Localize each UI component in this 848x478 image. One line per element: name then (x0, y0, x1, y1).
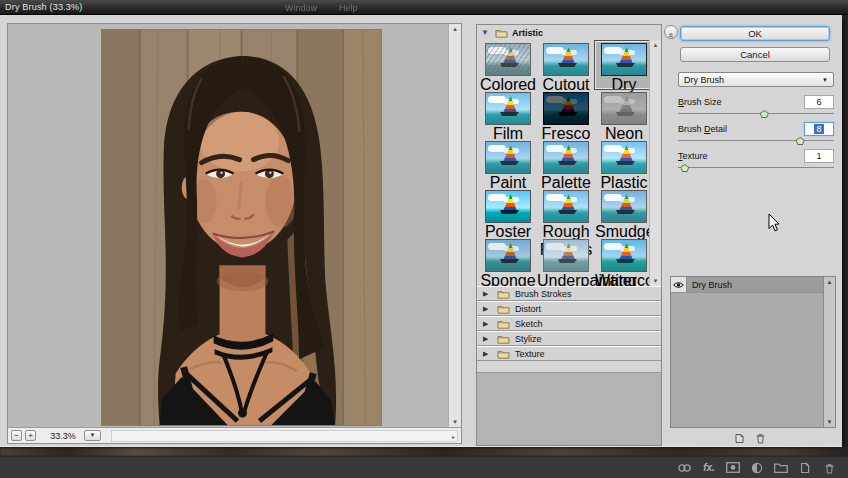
dialog-title: Dry Brush (33.3%) (0, 2, 82, 12)
brush-size-value[interactable]: 6 (804, 95, 834, 109)
preview-canvas[interactable] (8, 24, 448, 427)
layer-visibility-toggle[interactable] (671, 277, 687, 292)
folder-icon (497, 289, 510, 299)
filter-list-empty-area (477, 372, 661, 445)
filter-thumb-film-grain[interactable]: Film Grain (479, 90, 537, 138)
filter-thumb-palette-knife[interactable]: Palette Knife (537, 139, 595, 187)
scroll-up-icon[interactable]: ▲ (824, 279, 835, 285)
brush-size-label: Brush Size (678, 97, 804, 107)
filter-select-dropdown[interactable]: Dry Brush ▼ (678, 72, 834, 87)
filter-thumbnail-art (485, 43, 531, 76)
filter-gallery-dialog: ▲ ▼ − + 33.3% ▼ ▸ ▼ArtisticColored Penci… (0, 15, 842, 447)
zoom-out-button[interactable]: − (11, 430, 22, 441)
texture-slider-thumb[interactable] (680, 164, 689, 172)
chevron-down-icon: ▼ (822, 77, 833, 83)
scroll-down-icon[interactable]: ▼ (824, 419, 835, 425)
filter-thumb-dry-brush[interactable]: Dry Brush (595, 41, 653, 89)
delete-effect-layer-button[interactable] (755, 432, 766, 444)
filter-thumb-underpainting[interactable]: Underpainting (537, 237, 595, 285)
dialog-titlebar[interactable]: Dry Brush (33.3%) WindowHelp (0, 0, 848, 15)
texture-value[interactable]: 1 (804, 149, 834, 163)
filter-thumbnails-grid: Colored PencilCutoutDry BrushFilm GrainF… (477, 40, 651, 286)
preview-pane: ▲ ▼ − + 33.3% ▼ ▸ (7, 23, 462, 444)
category-brush-strokes[interactable]: ▶Brush Strokes (477, 286, 661, 301)
folder-icon (495, 28, 508, 38)
filter-thumb-fresco[interactable]: Fresco (537, 90, 595, 138)
filter-thumb-smudge-stick[interactable]: Smudge Stick (595, 188, 653, 236)
category-sketch[interactable]: ▶Sketch (477, 316, 661, 331)
filter-thumb-paint-daubs[interactable]: Paint Daubs (479, 139, 537, 187)
filter-thumb-watercolor[interactable]: Watercolor (595, 237, 653, 285)
filter-thumbnail-art (543, 43, 589, 76)
layer-effects-icon[interactable]: fx. (702, 461, 716, 475)
folder-icon (497, 304, 510, 314)
layers-scrollbar[interactable]: ▲ ▼ (823, 277, 835, 427)
filter-list-pane: ▼ArtisticColored PencilCutoutDry BrushFi… (476, 24, 662, 446)
layer-actions (662, 432, 836, 444)
category-distort[interactable]: ▶Distort (477, 301, 661, 316)
folder-icon (497, 319, 510, 329)
scroll-up-icon[interactable]: ▲ (650, 42, 661, 48)
collapsed-triangle-icon: ▶ (483, 350, 491, 358)
cancel-button[interactable]: Cancel (680, 47, 830, 62)
brush-detail-label: Brush Detail (678, 124, 804, 134)
filter-thumbnail-art (601, 239, 647, 272)
preview-vertical-scrollbar[interactable]: ▲ ▼ (448, 24, 461, 427)
zoom-in-button[interactable]: + (25, 430, 36, 441)
layer-group-icon[interactable] (774, 461, 788, 475)
thumbnails-scrollbar[interactable]: ▲▼ (649, 40, 661, 286)
photoshop-screen: Dry Brush (33.3%) WindowHelp (0, 0, 848, 478)
scroll-down-icon[interactable]: ▼ (449, 419, 461, 425)
filter-thumb-colored-pencil[interactable]: Colored Pencil (479, 41, 537, 89)
background-canvas-strip (0, 448, 848, 456)
filter-thumbnail-art (485, 239, 531, 272)
delete-layer-icon[interactable] (822, 461, 836, 475)
new-layer-icon[interactable] (798, 461, 812, 475)
brush-detail-slider[interactable] (678, 136, 834, 146)
filter-thumb-neon-glow[interactable]: Neon Glow (595, 90, 653, 138)
category-stylize[interactable]: ▶Stylize (477, 331, 661, 346)
brush-size-slider-thumb[interactable] (760, 110, 769, 118)
filter-thumb-plastic-wrap[interactable]: Plastic Wrap (595, 139, 653, 187)
effect-layer-row[interactable]: Dry Brush (671, 277, 823, 293)
scroll-right-icon[interactable]: ▸ (452, 433, 455, 440)
eye-icon (673, 281, 684, 289)
zoom-dropdown-button[interactable]: ▼ (84, 430, 101, 441)
layer-mask-icon[interactable] (726, 461, 740, 475)
link-layers-icon[interactable] (677, 461, 692, 475)
collapsed-triangle-icon: ▶ (483, 335, 491, 343)
brush-detail-slider-thumb[interactable] (796, 137, 805, 145)
texture-slider[interactable] (678, 163, 834, 173)
effect-layers-panel: Dry Brush ▲ ▼ (670, 276, 836, 428)
preview-horizontal-scrollbar[interactable]: ▸ (111, 430, 458, 442)
category-label: Texture (515, 349, 545, 359)
category-texture[interactable]: ▶Texture (477, 346, 661, 361)
scroll-down-icon[interactable]: ▼ (650, 278, 661, 284)
brush-detail-value[interactable]: 8 (804, 122, 834, 136)
brush-size-slider[interactable] (678, 109, 834, 119)
filter-thumbnail-art (543, 190, 589, 223)
category-label: Sketch (515, 319, 543, 329)
filter-select-value: Dry Brush (679, 75, 822, 85)
filter-thumb-rough-pastels[interactable]: Rough Pastels (537, 188, 595, 236)
slider-group-brush-size: Brush Size6 (678, 94, 834, 121)
scroll-up-icon[interactable]: ▲ (449, 26, 461, 32)
new-effect-layer-button[interactable] (733, 432, 745, 444)
effect-layer-name: Dry Brush (687, 277, 823, 292)
zoom-level: 33.3% (48, 431, 78, 441)
filter-thumbnail-art (543, 92, 589, 125)
chevron-up-icon: « (665, 33, 676, 38)
category-artistic-header[interactable]: ▼Artistic (477, 25, 661, 40)
preview-footer: − + 33.3% ▼ ▸ (8, 427, 461, 443)
adjustment-layer-icon[interactable] (750, 461, 764, 475)
collapsed-triangle-icon: ▶ (483, 320, 491, 328)
filter-thumb-poster-edges[interactable]: Poster Edges (479, 188, 537, 236)
filter-thumb-sponge[interactable]: Sponge (479, 237, 537, 285)
delete-effect-layer-icon (755, 432, 766, 444)
collapse-thumbnails-button[interactable]: « (664, 25, 678, 39)
filter-thumbnail-art (485, 141, 531, 174)
folder-icon (497, 334, 510, 344)
category-label: Distort (515, 304, 541, 314)
filter-thumb-cutout[interactable]: Cutout (537, 41, 595, 89)
ok-button[interactable]: OK (680, 26, 830, 41)
